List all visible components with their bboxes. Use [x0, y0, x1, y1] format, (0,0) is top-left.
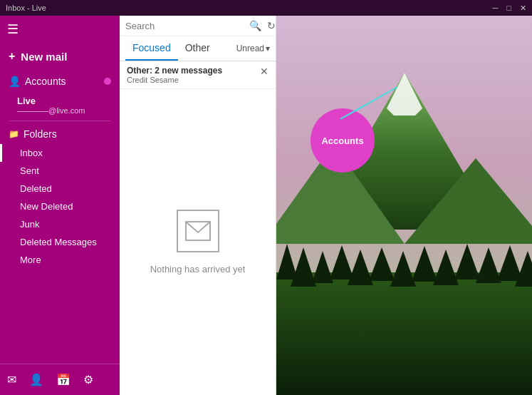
mail-footer-icon[interactable]: ✉: [4, 370, 19, 389]
mountain-background: [276, 16, 532, 395]
titlebar-title: Inbox - Live: [6, 4, 46, 12]
folders-label: Folders: [24, 128, 57, 140]
titlebar-controls: ─ □ ✕: [493, 4, 526, 13]
account-item[interactable]: Live ————@live.com: [0, 93, 120, 118]
search-bar: 🔍 ↻ ☰: [120, 16, 276, 36]
middle-panel: 🔍 ↻ ☰ Focused Other Unread ▾ Other: 2 ne…: [120, 16, 276, 395]
minimize-button[interactable]: ─: [493, 4, 499, 13]
sidebar-top: ☰: [0, 16, 120, 43]
new-deleted-label: New Deleted: [20, 201, 73, 212]
empty-state: Nothing has arrived yet: [120, 89, 276, 395]
titlebar: Inbox - Live ─ □ ✕: [0, 0, 532, 16]
folders-section[interactable]: 📁 Folders: [0, 124, 120, 144]
sidebar-item-junk[interactable]: Junk: [0, 215, 120, 233]
sidebar: ☰ + New mail 👤 Accounts Live ————@live.c…: [0, 16, 120, 395]
search-input[interactable]: [125, 21, 245, 31]
notification-sub: Credit Sesame: [127, 76, 222, 84]
sidebar-item-sent[interactable]: Sent: [0, 162, 120, 180]
deleted-label: Deleted: [20, 183, 52, 194]
accounts-icon: 👤: [9, 76, 21, 87]
sidebar-divider: [9, 120, 111, 121]
folder-icon: 📁: [9, 129, 19, 139]
notification-bar: Other: 2 new messages Credit Sesame ✕: [120, 61, 276, 89]
unread-button[interactable]: Unread ▾: [236, 43, 270, 53]
settings-footer-icon[interactable]: ⚙: [80, 370, 96, 389]
sidebar-item-inbox[interactable]: Inbox: [0, 144, 120, 162]
account-name: Live: [17, 96, 111, 106]
close-button[interactable]: ✕: [520, 4, 526, 13]
junk-label: Junk: [20, 219, 39, 230]
app-container: ☰ + New mail 👤 Accounts Live ————@live.c…: [0, 16, 532, 395]
new-mail-label: New mail: [21, 51, 67, 63]
tab-other[interactable]: Other: [178, 36, 217, 61]
unread-label: Unread: [236, 43, 264, 53]
refresh-icon[interactable]: ↻: [266, 19, 277, 33]
notification-content: Other: 2 new messages Credit Sesame: [127, 66, 222, 84]
empty-mail-icon: [177, 210, 219, 252]
people-footer-icon[interactable]: 👤: [26, 370, 46, 389]
calendar-footer-icon[interactable]: 📅: [53, 370, 73, 389]
accounts-section[interactable]: 👤 Accounts: [0, 70, 120, 93]
hamburger-icon[interactable]: ☰: [7, 21, 19, 37]
sidebar-item-more[interactable]: More: [0, 251, 120, 269]
close-notification-icon[interactable]: ✕: [260, 66, 268, 77]
right-panel: Accounts: [276, 16, 532, 395]
tabs-row: Focused Other Unread ▾: [120, 36, 276, 61]
tab-focused-label: Focused: [132, 42, 171, 53]
sidebar-item-deleted[interactable]: Deleted: [0, 180, 120, 198]
inbox-label: Inbox: [20, 148, 43, 158]
sidebar-item-new-deleted[interactable]: New Deleted: [0, 198, 120, 215]
account-email: ————@live.com: [17, 106, 111, 115]
tab-focused[interactable]: Focused: [125, 36, 178, 61]
sidebar-item-deleted-messages[interactable]: Deleted Messages: [0, 233, 120, 251]
new-mail-button[interactable]: + New mail: [0, 43, 120, 70]
sent-label: Sent: [20, 165, 39, 176]
empty-text: Nothing has arrived yet: [150, 264, 246, 275]
tab-other-label: Other: [185, 42, 210, 53]
plus-icon: +: [9, 50, 15, 63]
svg-rect-6: [276, 272, 532, 395]
sidebar-footer: ✉ 👤 📅 ⚙: [0, 364, 120, 395]
deleted-messages-label: Deleted Messages: [20, 237, 97, 247]
notification-main: Other: 2 new messages: [127, 66, 222, 76]
maximize-button[interactable]: □: [506, 4, 511, 13]
accounts-label: Accounts: [25, 76, 66, 87]
accounts-chevron: [104, 78, 111, 85]
more-label: More: [20, 255, 41, 265]
unread-chevron-icon: ▾: [266, 43, 270, 53]
search-icon[interactable]: 🔍: [248, 19, 263, 33]
